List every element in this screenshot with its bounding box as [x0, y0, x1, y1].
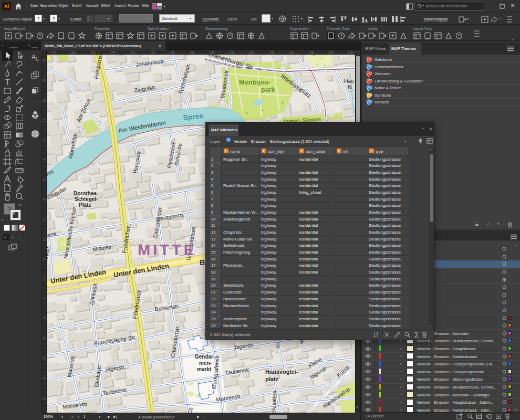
svg-text:320: 320 — [231, 51, 235, 54]
svg-text:360: 360 — [43, 178, 47, 181]
svg-text:Platz: Platz — [79, 202, 91, 208]
svg-text:markt: markt — [197, 366, 212, 372]
svg-text:295: 295 — [131, 51, 136, 54]
svg-text:330: 330 — [270, 51, 274, 54]
svg-text:325: 325 — [251, 51, 255, 54]
svg-text:275: 275 — [52, 51, 56, 54]
svg-text:285: 285 — [91, 51, 96, 54]
svg-text:355: 355 — [43, 158, 47, 161]
svg-text:T: T — [5, 78, 10, 86]
svg-text:390: 390 — [43, 297, 47, 300]
svg-text:345: 345 — [43, 118, 47, 121]
svg-text:310: 310 — [191, 51, 195, 54]
svg-text:400: 400 — [43, 337, 47, 339]
svg-text:375: 375 — [43, 237, 47, 240]
svg-text:330: 330 — [43, 59, 47, 61]
svg-text:385: 385 — [43, 277, 47, 280]
svg-text:415: 415 — [43, 396, 47, 399]
svg-text:305: 305 — [171, 51, 175, 54]
svg-text:Dorothea-: Dorothea- — [74, 191, 98, 196]
svg-text:365: 365 — [43, 198, 47, 201]
svg-text:N: N — [348, 84, 352, 90]
svg-text:Hausvogtei-: Hausvogtei- — [265, 369, 298, 375]
svg-text:park: park — [261, 86, 275, 93]
svg-text:Schlegel-: Schlegel- — [75, 196, 98, 202]
svg-text:380: 380 — [43, 257, 47, 260]
svg-text:men-: men- — [199, 360, 212, 366]
svg-text:290: 290 — [111, 51, 116, 54]
svg-text:370: 370 — [43, 217, 47, 220]
svg-text:str.: str. — [274, 341, 281, 349]
svg-text:395: 395 — [43, 317, 47, 319]
svg-text:340: 340 — [310, 51, 314, 54]
svg-text:B: B — [200, 258, 205, 267]
svg-text:350: 350 — [350, 51, 354, 54]
svg-text:300: 300 — [151, 51, 155, 54]
svg-text:Hac: Hac — [344, 78, 354, 84]
svg-text:340: 340 — [43, 99, 47, 101]
svg-text:345: 345 — [330, 51, 334, 54]
svg-text:315: 315 — [211, 51, 215, 54]
svg-text:350: 350 — [43, 138, 47, 141]
svg-text:MITTE: MITTE — [138, 242, 196, 258]
svg-text:405: 405 — [43, 356, 47, 359]
svg-text:410: 410 — [43, 376, 47, 379]
svg-text:Jerusalem: Jerusalem — [270, 391, 278, 413]
svg-text:platz: platz — [265, 376, 279, 382]
svg-text:335: 335 — [43, 79, 47, 81]
svg-text:280: 280 — [71, 51, 76, 54]
svg-text:A: A — [32, 54, 36, 61]
svg-text:Monbijou-: Monbijou- — [239, 79, 271, 86]
svg-text:Gendar-: Gendar- — [195, 354, 215, 360]
svg-text:335: 335 — [290, 51, 294, 54]
